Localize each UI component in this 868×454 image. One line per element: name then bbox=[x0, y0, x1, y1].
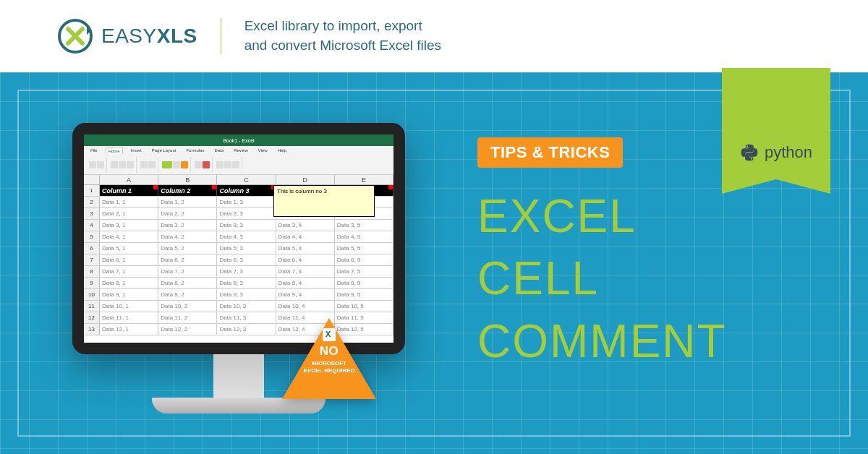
tips-tricks-badge: TIPS & TRICKS bbox=[477, 137, 623, 168]
table-row: 5Data 4, 1Data 4, 2Data 4, 3Data 4, 4Dat… bbox=[84, 231, 393, 243]
data-cell[interactable]: Data 2, 1 bbox=[100, 208, 158, 219]
col-letter[interactable]: E bbox=[335, 175, 393, 184]
header-cell[interactable]: Column 3 bbox=[217, 185, 276, 196]
excel-tab[interactable]: View bbox=[256, 147, 270, 154]
excel-tab[interactable]: Home bbox=[106, 147, 123, 154]
data-cell[interactable]: Data 4, 3 bbox=[217, 231, 276, 242]
excel-ribbon: FileHomeInsertPage LayoutFormulasDataRev… bbox=[84, 146, 393, 175]
data-cell[interactable]: Data 4, 1 bbox=[100, 231, 158, 242]
no-excel-required-badge: NO MICROSOFT EXCEL REQUIRED bbox=[282, 318, 376, 399]
row-number[interactable]: 10 bbox=[84, 289, 100, 300]
col-letter[interactable]: D bbox=[276, 175, 335, 184]
data-cell[interactable]: Data 12, 3 bbox=[217, 324, 276, 335]
row-number[interactable]: 11 bbox=[84, 301, 100, 312]
data-cell[interactable]: Data 11, 1 bbox=[100, 312, 158, 323]
row-number[interactable]: 5 bbox=[84, 231, 100, 242]
col-letter[interactable]: B bbox=[158, 175, 217, 184]
excel-tab[interactable]: Review bbox=[231, 147, 250, 154]
data-cell[interactable]: Data 1, 3 bbox=[217, 197, 276, 207]
monitor-stand-base bbox=[152, 398, 326, 414]
row-number[interactable]: 9 bbox=[84, 278, 100, 288]
row-number[interactable]: 4 bbox=[84, 220, 100, 231]
row-number[interactable]: 8 bbox=[84, 266, 100, 277]
data-cell[interactable]: Data 7, 3 bbox=[217, 266, 276, 277]
row-number[interactable]: 6 bbox=[84, 243, 100, 254]
data-cell[interactable]: Data 7, 1 bbox=[100, 266, 158, 277]
data-cell[interactable]: Data 10, 5 bbox=[335, 301, 393, 312]
table-row: 10Data 9, 1Data 9, 2Data 9, 3Data 9, 4Da… bbox=[84, 289, 393, 301]
data-cell[interactable]: Data 6, 2 bbox=[158, 254, 217, 265]
data-cell[interactable]: Data 5, 1 bbox=[100, 243, 158, 254]
row-number[interactable]: 7 bbox=[84, 254, 100, 265]
header-cell[interactable]: Column 1 bbox=[100, 185, 158, 196]
data-cell[interactable]: Data 8, 4 bbox=[276, 278, 335, 288]
data-cell[interactable]: Data 5, 5 bbox=[335, 243, 393, 254]
data-cell[interactable]: Data 7, 5 bbox=[335, 266, 393, 277]
data-cell[interactable]: Data 5, 2 bbox=[158, 243, 217, 254]
data-cell[interactable]: Data 10, 2 bbox=[158, 301, 217, 312]
data-cell[interactable]: Data 6, 1 bbox=[100, 254, 158, 265]
data-cell[interactable]: Data 12, 1 bbox=[100, 324, 158, 335]
data-cell[interactable]: Data 11, 3 bbox=[217, 312, 276, 323]
data-cell[interactable]: Data 9, 1 bbox=[100, 289, 158, 300]
data-cell[interactable]: Data 10, 4 bbox=[276, 301, 335, 312]
table-row: 8Data 7, 1Data 7, 2Data 7, 3Data 7, 4Dat… bbox=[84, 266, 393, 278]
excel-tab[interactable]: File bbox=[88, 147, 100, 154]
data-cell[interactable]: Data 3, 1 bbox=[100, 220, 158, 231]
header-bar: EASYXLS Excel library to import, export … bbox=[0, 0, 868, 72]
excel-tab[interactable]: Insert bbox=[129, 147, 144, 154]
data-cell[interactable]: Data 1, 2 bbox=[158, 197, 217, 207]
data-cell[interactable]: Data 8, 2 bbox=[158, 278, 217, 288]
data-cell[interactable]: Data 3, 5 bbox=[335, 220, 393, 231]
cell-comment-popup: This is column no 3 bbox=[273, 185, 375, 217]
column-letters-row: ABCDE bbox=[84, 175, 393, 185]
data-cell[interactable]: Data 3, 3 bbox=[217, 220, 276, 231]
excel-tab[interactable]: Page Layout bbox=[150, 147, 179, 154]
data-cell[interactable]: Data 3, 2 bbox=[158, 220, 217, 231]
data-cell[interactable]: Data 4, 5 bbox=[335, 231, 393, 242]
data-cell[interactable]: Data 6, 5 bbox=[335, 254, 393, 265]
data-cell[interactable]: Data 2, 3 bbox=[217, 208, 276, 219]
table-row: 11Data 10, 1Data 10, 2Data 10, 3Data 10,… bbox=[84, 301, 393, 312]
data-cell[interactable]: Data 10, 3 bbox=[217, 301, 276, 312]
data-cell[interactable]: Data 6, 4 bbox=[276, 254, 335, 265]
data-cell[interactable]: Data 5, 4 bbox=[276, 243, 335, 254]
tagline: Excel library to import, export and conv… bbox=[244, 17, 441, 55]
data-cell[interactable]: Data 11, 2 bbox=[158, 312, 217, 323]
data-cell[interactable]: Data 4, 4 bbox=[276, 231, 335, 242]
data-cell[interactable]: Data 9, 5 bbox=[335, 289, 393, 300]
data-cell[interactable]: Data 8, 3 bbox=[217, 278, 276, 288]
data-cell[interactable]: Data 1, 1 bbox=[100, 197, 158, 207]
excel-tab[interactable]: Help bbox=[276, 147, 289, 154]
table-row: 7Data 6, 1Data 6, 2Data 6, 3Data 6, 4Dat… bbox=[84, 254, 393, 266]
python-ribbon-badge: python bbox=[722, 68, 830, 179]
data-cell[interactable]: Data 9, 4 bbox=[276, 289, 335, 300]
data-cell[interactable]: Data 4, 2 bbox=[158, 231, 217, 242]
logo: EASYXLS bbox=[58, 19, 197, 53]
data-cell[interactable]: Data 3, 4 bbox=[276, 220, 335, 231]
data-cell[interactable]: Data 5, 3 bbox=[217, 243, 276, 254]
excel-title: Book1 - Excel bbox=[223, 138, 254, 143]
data-cell[interactable]: Data 6, 3 bbox=[217, 254, 276, 265]
data-cell[interactable]: Data 9, 2 bbox=[158, 289, 217, 300]
header-cell[interactable]: Column 2 bbox=[158, 185, 217, 196]
row-number[interactable]: 12 bbox=[84, 312, 100, 323]
data-cell[interactable]: Data 7, 2 bbox=[158, 266, 217, 277]
excel-tab[interactable]: Formulas bbox=[184, 147, 206, 154]
row-number[interactable]: 2 bbox=[84, 197, 100, 207]
row-number[interactable]: 13 bbox=[84, 324, 100, 335]
col-letter[interactable]: A bbox=[100, 175, 158, 184]
ribbon-text: python bbox=[765, 143, 812, 162]
data-cell[interactable]: Data 12, 2 bbox=[158, 324, 217, 335]
col-letter[interactable]: C bbox=[217, 175, 276, 184]
data-cell[interactable]: Data 8, 5 bbox=[335, 278, 393, 288]
data-cell[interactable]: Data 10, 1 bbox=[100, 301, 158, 312]
row-number[interactable]: 3 bbox=[84, 208, 100, 219]
excel-tab[interactable]: Data bbox=[212, 147, 226, 154]
row-number[interactable]: 1 bbox=[84, 185, 100, 196]
data-cell[interactable]: Data 9, 3 bbox=[217, 289, 276, 300]
data-cell[interactable]: Data 7, 4 bbox=[276, 266, 335, 277]
logo-text: EASYXLS bbox=[101, 25, 197, 48]
data-cell[interactable]: Data 8, 1 bbox=[100, 278, 158, 288]
data-cell[interactable]: Data 2, 2 bbox=[158, 208, 217, 219]
